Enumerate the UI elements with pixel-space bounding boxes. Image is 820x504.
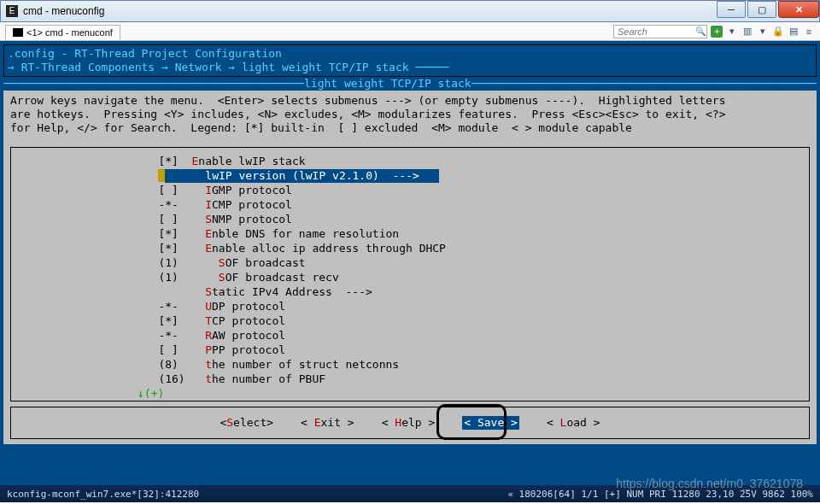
breadcrumb-path: RT-Thread Components → Network → light w… <box>21 61 409 73</box>
menu-item[interactable]: [ ] IGMP protocol <box>18 184 802 198</box>
window-title: cmd - menuconfig <box>23 5 104 17</box>
menu-item[interactable]: -*- UDP protocol <box>18 300 802 314</box>
menu-item[interactable]: -*- RAW protocol <box>18 329 802 343</box>
scroll-icon[interactable]: ▤ <box>788 26 800 38</box>
menu-item[interactable]: (16) the number of PBUF <box>18 372 802 387</box>
menu-icon[interactable]: ≡ <box>803 26 815 38</box>
action-help[interactable]: < Help > <box>382 416 436 430</box>
menu-item[interactable]: [*] Enble DNS for name resolution <box>18 227 802 242</box>
lock-icon[interactable]: 🔒 <box>772 26 784 38</box>
action-load[interactable]: < Load > <box>547 416 600 430</box>
windows-icon[interactable]: ▥ <box>741 26 753 38</box>
app-icon: E <box>6 5 18 17</box>
config-header: .config - RT-Thread Project Configuratio… <box>3 44 817 77</box>
window-titlebar: E cmd - menuconfig ─ ▢ ✕ <box>0 0 820 22</box>
menu-item[interactable]: [ ] PPP protocol <box>18 343 802 358</box>
menu-item[interactable]: [*] TCP protocol <box>18 314 802 329</box>
window-buttons: ─ ▢ ✕ <box>717 1 819 18</box>
minimize-button[interactable]: ─ <box>717 1 746 18</box>
menu-item[interactable]: -*- ICMP protocol <box>18 198 802 213</box>
action-exit[interactable]: < Exit > <box>301 416 354 430</box>
menu-list[interactable]: [*] Enable lwIP stack lwIP version (lwIP… <box>18 155 802 387</box>
new-tab-button[interactable]: ＋ <box>711 26 723 38</box>
panel: Arrow keys navigate the menu. <Enter> se… <box>3 91 817 444</box>
menu-item[interactable]: (1) SOF broadcast recv <box>18 271 802 285</box>
instr-1: Arrow keys navigate the menu. <Enter> se… <box>10 94 810 108</box>
more-indicator: ↓(+) <box>18 387 802 401</box>
panel-inner-title: light weight TCP/IP stack <box>304 77 472 91</box>
menu-item[interactable]: lwIP version (lwIP v2.1.0) ---> <box>18 169 802 184</box>
maximize-button[interactable]: ▢ <box>747 1 776 18</box>
breadcrumb-tail: ───── <box>409 61 449 73</box>
chevron-down-icon[interactable]: ▾ <box>757 26 769 38</box>
menu-item[interactable]: [ ] SNMP protocol <box>18 213 802 227</box>
menu-item[interactable]: (1) SOF broadcast <box>18 256 802 271</box>
console-area: .config - RT-Thread Project Configuratio… <box>0 41 820 485</box>
cmd-icon <box>13 28 23 37</box>
breadcrumb: → RT-Thread Components → Network → light… <box>8 61 812 74</box>
menu-item[interactable]: [*] Enable alloc ip address through DHCP <box>18 242 802 256</box>
hand-drawn-annotation <box>436 404 507 440</box>
status-bar: kconfig-mconf_win7.exe*[32]:412280 « 180… <box>0 485 820 502</box>
search-wrap: 🔍 <box>613 25 707 38</box>
status-right: « 180206[64] 1/1 [+] NUM PRI 11280 23,10… <box>507 489 813 500</box>
action-select[interactable]: <Select> <box>220 416 273 430</box>
dropdown-icon[interactable]: ▾ <box>726 26 738 38</box>
tab-label: <1> cmd - menuconf <box>26 27 113 38</box>
search-input[interactable] <box>613 25 707 38</box>
close-button[interactable]: ✕ <box>778 1 819 18</box>
menu-item[interactable]: (8) the number of struct netconns <box>18 358 802 372</box>
menu-item[interactable]: [*] Enable lwIP stack <box>18 155 802 169</box>
search-icon: 🔍 <box>695 26 706 36</box>
breadcrumb-prefix: → <box>8 61 21 73</box>
menu-item[interactable]: Static IPv4 Address ---> <box>18 285 802 300</box>
panel-title-rule: ────────────────────────────────────────… <box>3 77 817 91</box>
action-row: <Select> < Exit > < Help > < Save > < Lo… <box>10 407 810 439</box>
tab-button[interactable]: <1> cmd - menuconf <box>5 25 120 40</box>
status-left: kconfig-mconf_win7.exe*[32]:412280 <box>7 489 199 500</box>
instr-3: for Help, </> for Search. Legend: [*] bu… <box>10 121 810 135</box>
toolbar: <1> cmd - menuconf 🔍 ＋ ▾ ▥ ▾ 🔒 ▤ ≡ <box>0 22 820 41</box>
instr-2: are hotkeys. Pressing <Y> includes, <N> … <box>10 108 810 121</box>
config-title: .config - RT-Thread Project Configuratio… <box>8 47 812 61</box>
toolbar-right: 🔍 ＋ ▾ ▥ ▾ 🔒 ▤ ≡ <box>613 25 815 38</box>
menu-box[interactable]: [*] Enable lwIP stack lwIP version (lwIP… <box>10 147 810 401</box>
